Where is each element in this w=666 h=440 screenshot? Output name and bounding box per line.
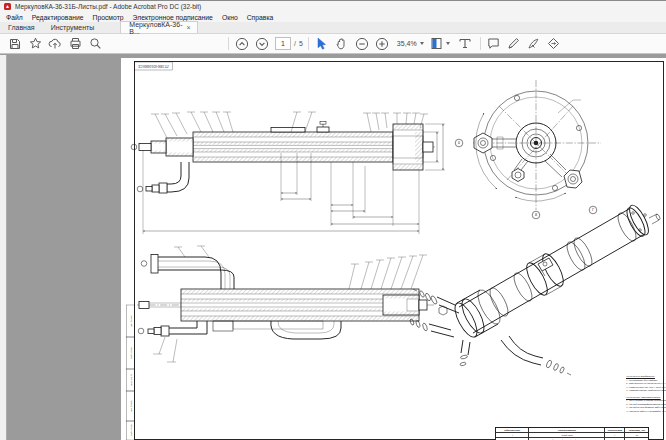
frame-cell-label: Инв. № дубл. xyxy=(130,400,132,413)
menu-window[interactable]: Окно xyxy=(222,14,238,21)
toolbar: 1 / 5 35,4% xyxy=(0,34,666,54)
view-isometric xyxy=(409,203,660,375)
cloud-upload-icon[interactable] xyxy=(48,37,62,51)
tab-bar: Главная Инструменты МеркуловКА-36-В... × xyxy=(0,22,666,34)
view-section-lower xyxy=(137,246,435,362)
rotated-stamp: ГТ 2800-020.00000 СБ xyxy=(138,64,169,68)
tab-home[interactable]: Главная xyxy=(0,21,43,33)
view-label: Б xyxy=(457,141,460,145)
zoom-level-dropdown[interactable]: 35,4% xyxy=(397,40,424,47)
fill-sign-icon[interactable] xyxy=(527,37,541,51)
star-icon[interactable] xyxy=(28,37,42,51)
view-section-upper xyxy=(131,112,445,234)
tab-document[interactable]: МеркуловКА-36-В... × xyxy=(120,21,198,33)
menu-esign[interactable]: Электронное подписание xyxy=(133,14,213,21)
navigation-pane-collapsed[interactable] xyxy=(0,55,7,440)
connections-table: ОбозначениеНаименованиеКоличествоДиаметр… xyxy=(495,427,649,440)
chevron-down-icon xyxy=(420,42,424,45)
print-icon[interactable] xyxy=(68,37,82,51)
frame-cell-label: Взам. инв. № xyxy=(130,374,132,386)
hand-tool-icon[interactable] xyxy=(335,37,349,51)
chevron-down-icon[interactable] xyxy=(446,42,450,45)
scroll-tool-icon[interactable] xyxy=(458,37,472,51)
zoom-out-icon[interactable] xyxy=(355,37,369,51)
tab-tools[interactable]: Инструменты xyxy=(43,21,103,33)
menu-edit[interactable]: Редактирование xyxy=(32,14,84,21)
title-bar: ▲ МеркуловКА-36-31Б-Листы.pdf - Adobe Ac… xyxy=(0,1,666,12)
next-page-icon[interactable] xyxy=(255,37,269,51)
toolbar-divider xyxy=(228,37,229,50)
tab-close-icon[interactable]: × xyxy=(186,24,190,31)
tech-requirements-list: 1. Все размеры для справок.2. Отклонения… xyxy=(626,379,666,393)
engineering-drawing: .s{stroke:#1b1b1b;fill:none;stroke-width… xyxy=(121,58,666,440)
menu-file[interactable]: Файл xyxy=(6,14,23,21)
highlight-pencil-icon[interactable] xyxy=(507,37,521,51)
view-label: Г xyxy=(591,208,594,212)
page-separator: / xyxy=(294,40,296,47)
page-total: 5 xyxy=(299,40,303,47)
toolbar-divider xyxy=(480,37,481,50)
acrobat-app-icon: ▲ xyxy=(4,3,11,10)
save-icon[interactable] xyxy=(8,37,22,51)
menu-help[interactable]: Справка xyxy=(247,14,274,21)
view-label: В xyxy=(535,213,537,217)
search-icon[interactable] xyxy=(88,37,102,51)
more-tools-icon[interactable] xyxy=(547,37,561,51)
frame-cell-label: Подп. и дата xyxy=(130,346,132,360)
zoom-in-icon[interactable] xyxy=(375,37,389,51)
frame-cell-label: Подп. и дата xyxy=(130,423,132,437)
comment-icon[interactable] xyxy=(487,37,501,51)
page-display-icon[interactable] xyxy=(430,37,444,51)
window-title: МеркуловКА-36-31Б-Листы.pdf - Adobe Acro… xyxy=(15,3,201,10)
page-number-input[interactable]: 1 xyxy=(275,37,291,50)
technical-notes: Технические требования: 1. Все размеры д… xyxy=(626,375,666,416)
previous-page-icon[interactable] xyxy=(235,37,249,51)
frame-cell-label: Инв. № подл. xyxy=(130,315,132,329)
tech-characteristics-list: 1. Ток в плазме в камере выдерживать.2. … xyxy=(626,399,666,413)
pdf-page: .s{stroke:#1b1b1b;fill:none;stroke-width… xyxy=(121,58,666,440)
menu-view[interactable]: Просмотр xyxy=(93,14,124,21)
zoom-level-value: 35,4% xyxy=(397,40,417,47)
toolbar-divider xyxy=(308,37,309,50)
tab-document-label: МеркуловКА-36-В... xyxy=(129,21,182,35)
select-tool-icon[interactable] xyxy=(315,37,329,51)
view-end: Б В Г xyxy=(455,80,601,219)
